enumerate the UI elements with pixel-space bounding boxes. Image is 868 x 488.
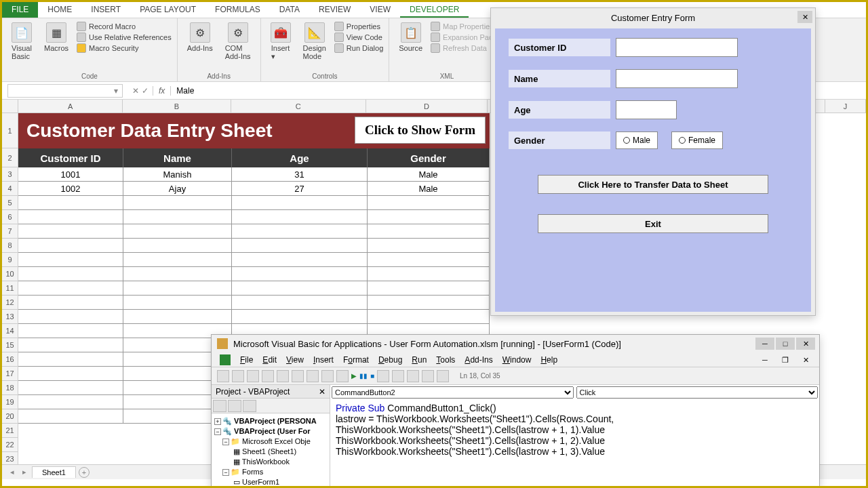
menu-format[interactable]: Format bbox=[343, 355, 369, 365]
tab-review[interactable]: REVIEW bbox=[309, 2, 360, 18]
sheet-nav-prev[interactable]: ◂ bbox=[7, 468, 17, 476]
insert-control-button[interactable]: 🧰Insert▾ bbox=[267, 21, 295, 62]
table-row[interactable] bbox=[18, 224, 490, 239]
transfer-button[interactable]: Click Here to Transfer Data to Sheet bbox=[538, 175, 768, 194]
row-header[interactable]: 20 bbox=[2, 409, 18, 424]
input-name[interactable] bbox=[616, 69, 738, 88]
col-header-j[interactable]: J bbox=[825, 100, 866, 113]
tool-undo[interactable] bbox=[321, 370, 334, 382]
row-header[interactable]: 13 bbox=[2, 310, 18, 324]
excel-icon[interactable] bbox=[220, 354, 231, 365]
procedure-dropdown[interactable]: Click bbox=[576, 386, 818, 399]
row-header[interactable]: 10 bbox=[2, 267, 18, 281]
fx-button[interactable]: fx bbox=[153, 86, 170, 96]
row-header[interactable]: 12 bbox=[2, 296, 18, 310]
tool-save[interactable] bbox=[247, 370, 259, 382]
tool-paste[interactable] bbox=[292, 370, 304, 382]
menu-tools[interactable]: Tools bbox=[436, 355, 455, 365]
row-header[interactable]: 7 bbox=[2, 224, 18, 239]
userform-titlebar[interactable]: Customer Entry Form ✕ bbox=[491, 8, 815, 27]
row-header[interactable]: 18 bbox=[2, 381, 18, 395]
row-header[interactable]: 17 bbox=[2, 367, 18, 381]
tool-find[interactable] bbox=[307, 370, 319, 382]
row-header[interactable]: 16 bbox=[2, 352, 18, 367]
view-object-icon[interactable] bbox=[228, 400, 241, 412]
tab-data[interactable]: DATA bbox=[270, 2, 309, 18]
row-header[interactable]: 1 bbox=[2, 113, 18, 148]
mdi-restore[interactable]: ❐ bbox=[776, 354, 795, 366]
code-editor[interactable]: Private Sub CommandButton1_Click()lastro… bbox=[330, 400, 819, 487]
close-icon[interactable]: ✕ bbox=[319, 387, 326, 396]
menu-edit[interactable]: Edit bbox=[262, 355, 277, 365]
row-header[interactable]: 21 bbox=[2, 424, 18, 438]
tool-copy[interactable] bbox=[277, 370, 289, 382]
show-form-button[interactable]: Click to Show Form bbox=[355, 117, 486, 144]
tab-view[interactable]: VIEW bbox=[360, 2, 400, 18]
name-box[interactable]: ▾ bbox=[7, 84, 123, 98]
table-row[interactable] bbox=[18, 196, 490, 210]
tool-stop[interactable]: ■ bbox=[370, 372, 374, 380]
properties-button[interactable]: Properties bbox=[334, 21, 383, 32]
tab-developer[interactable]: DEVELOPER bbox=[400, 2, 469, 18]
radio-male[interactable]: Male bbox=[616, 131, 658, 149]
menu-window[interactable]: Window bbox=[502, 355, 532, 365]
run-dialog-button[interactable]: Run Dialog bbox=[334, 43, 383, 54]
table-row[interactable] bbox=[18, 310, 490, 324]
view-code-icon[interactable] bbox=[213, 400, 226, 412]
tool-browser[interactable] bbox=[422, 370, 434, 382]
sheet-tab-sheet1[interactable]: Sheet1 bbox=[32, 466, 76, 478]
tab-formulas[interactable]: FORMULAS bbox=[205, 2, 270, 18]
menu-help[interactable]: Help bbox=[540, 355, 557, 365]
mdi-close[interactable]: ✕ bbox=[796, 354, 815, 366]
select-all-corner[interactable] bbox=[2, 100, 18, 113]
row-header[interactable]: 11 bbox=[2, 281, 18, 296]
table-row[interactable] bbox=[18, 239, 490, 253]
input-customer-id[interactable] bbox=[616, 38, 738, 57]
tab-file[interactable]: FILE bbox=[2, 2, 38, 18]
object-dropdown[interactable]: CommandButton2 bbox=[332, 386, 574, 399]
menu-debug[interactable]: Debug bbox=[378, 355, 402, 365]
tab-page-layout[interactable]: PAGE LAYOUT bbox=[130, 2, 205, 18]
tool-view-excel[interactable] bbox=[217, 370, 229, 382]
cancel-icon[interactable]: ✕ bbox=[132, 86, 139, 96]
confirm-icon[interactable]: ✓ bbox=[142, 86, 149, 96]
source-button[interactable]: 📋Source bbox=[395, 21, 427, 54]
macros-button[interactable]: ▦Macros bbox=[40, 21, 73, 54]
row-header[interactable]: 19 bbox=[2, 395, 18, 409]
close-button[interactable]: ✕ bbox=[797, 11, 812, 23]
mdi-minimize[interactable]: ─ bbox=[755, 354, 774, 366]
design-mode-button[interactable]: 📐DesignMode bbox=[299, 21, 330, 62]
folder-toggle-icon[interactable] bbox=[243, 400, 256, 412]
table-row[interactable] bbox=[18, 210, 490, 224]
row-header[interactable]: 15 bbox=[2, 338, 18, 352]
sheet-nav-next[interactable]: ▸ bbox=[20, 468, 29, 476]
tool-design[interactable] bbox=[377, 370, 389, 382]
col-header-c[interactable]: C bbox=[231, 100, 366, 113]
row-header[interactable]: 2 bbox=[2, 148, 18, 167]
vbe-titlebar[interactable]: Microsoft Visual Basic for Applications … bbox=[212, 335, 819, 352]
macro-security-button[interactable]: Macro Security bbox=[77, 43, 172, 54]
tool-toolbox[interactable] bbox=[437, 370, 449, 382]
tool-cut[interactable] bbox=[262, 370, 274, 382]
view-code-button[interactable]: View Code bbox=[334, 32, 383, 43]
minimize-button[interactable]: ─ bbox=[755, 338, 774, 350]
row-header[interactable]: 4 bbox=[2, 182, 18, 196]
row-header[interactable]: 6 bbox=[2, 210, 18, 224]
table-row[interactable]: 1002Ajay27Male bbox=[18, 182, 490, 196]
add-sheet-button[interactable]: + bbox=[79, 467, 90, 478]
row-header[interactable]: 5 bbox=[2, 196, 18, 210]
visual-basic-button[interactable]: 📄VisualBasic bbox=[7, 21, 36, 62]
tool-redo[interactable] bbox=[336, 370, 349, 382]
col-header-a[interactable]: A bbox=[18, 100, 123, 113]
col-header-b[interactable]: B bbox=[123, 100, 231, 113]
tool-props[interactable] bbox=[407, 370, 419, 382]
record-macro-button[interactable]: Record Macro bbox=[77, 21, 172, 32]
row-header[interactable]: 3 bbox=[2, 167, 18, 182]
radio-female[interactable]: Female bbox=[671, 131, 723, 149]
tab-insert[interactable]: INSERT bbox=[81, 2, 130, 18]
tool-project[interactable] bbox=[392, 370, 404, 382]
col-header-d[interactable]: D bbox=[366, 100, 488, 113]
table-row[interactable] bbox=[18, 253, 490, 267]
table-row[interactable]: 1001Manish31Male bbox=[18, 167, 490, 182]
menu-file[interactable]: File bbox=[240, 355, 253, 365]
